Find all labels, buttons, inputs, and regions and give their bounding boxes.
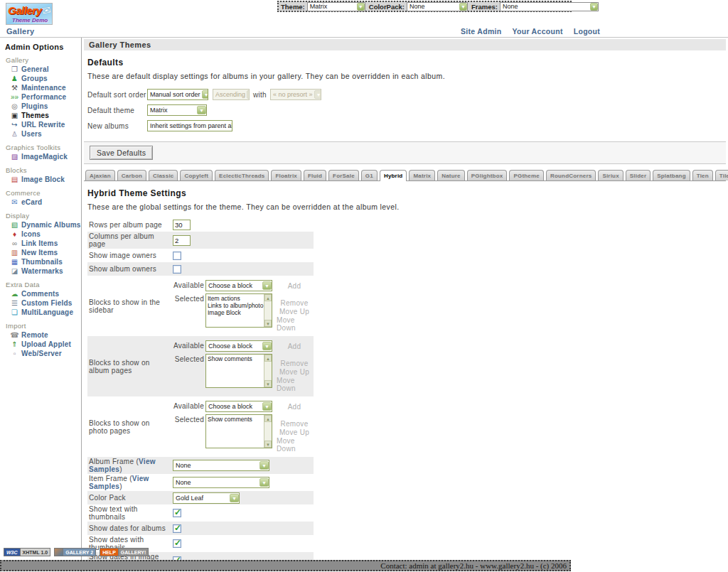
gallery-logo[interactable]: ✉ Gallery Theme Demo — [6, 3, 53, 25]
tab-classic[interactable]: Classic — [149, 170, 178, 180]
sidebar-item-users[interactable]: ♙ Users — [5, 129, 80, 139]
sidebar-item-groups[interactable]: ♟ Groups — [5, 74, 80, 83]
list-action-link[interactable]: Move Up — [279, 428, 309, 436]
list-action-link[interactable]: Remove — [280, 420, 308, 428]
list-action-link[interactable]: Move Up — [279, 308, 309, 315]
sidebar-item-multilanguage[interactable]: ❏ MultiLanguage — [5, 308, 80, 317]
tab-tile[interactable]: Tile — [715, 170, 728, 180]
rows-per-page-input[interactable] — [173, 220, 191, 230]
tab-forsale[interactable]: ForSale — [328, 170, 359, 180]
blocks-photo-available-select[interactable]: Choose a block ▾ — [205, 401, 272, 412]
sidebar-item-thumbnails[interactable]: ▦ Thumbnails — [5, 257, 80, 266]
sidebar-item-url-rewrite[interactable]: ↪ URL Rewrite — [5, 120, 80, 129]
w3c-xhtml-badge[interactable]: W3CXHTML 1.0 — [4, 548, 50, 556]
sidebar-item-themes[interactable]: ▣ Themes — [5, 111, 80, 120]
list-action-link[interactable]: Move Up — [279, 368, 309, 376]
default-sort-order-select[interactable]: Manual sort order ▾ — [147, 89, 208, 100]
help-gallery-badge[interactable]: HELPGALLERY! — [100, 548, 149, 556]
tab-copyleft[interactable]: Copyleft — [180, 170, 213, 180]
new-albums-select[interactable]: Inherit settings from parent album ▾ — [147, 120, 232, 131]
sidebar-item-link-items[interactable]: ∞ Link Items — [5, 239, 80, 248]
scroll-up-icon[interactable]: ▲ — [264, 415, 272, 422]
tab-eclecticthreads[interactable]: EclecticThreads — [215, 170, 269, 180]
tab-pglightbox[interactable]: PGlightbox — [467, 170, 508, 180]
sidebar-item-watermarks[interactable]: ◪ Watermarks — [5, 266, 80, 276]
tab-g1[interactable]: G1 — [361, 170, 378, 180]
tab-floatrix[interactable]: Floatrix — [271, 170, 301, 180]
tab-matrix[interactable]: Matrix — [409, 170, 435, 180]
sidebar-item-maintenance[interactable]: ⚒ Maintenance — [5, 83, 80, 92]
tab-nature[interactable]: Nature — [437, 170, 465, 180]
blocks-photo-add-link[interactable]: Add — [277, 401, 312, 411]
breadcrumb-gallery-link[interactable]: Gallery — [6, 27, 34, 36]
listbox-item[interactable]: Links to album/photo peers — [208, 302, 264, 309]
tab-ajaxian[interactable]: Ajaxian — [85, 170, 115, 180]
default-theme-select[interactable]: Matrix ▾ — [147, 104, 207, 116]
sidebar-item-custom-fields[interactable]: ☰ Custom Fields — [5, 298, 80, 308]
list-action-link[interactable]: Remove — [280, 299, 308, 307]
tab-siriux[interactable]: Siriux — [598, 170, 623, 180]
blocks-sidebar-add-link[interactable]: Add — [277, 280, 312, 290]
sidebar-item-general[interactable]: ❐ General — [5, 65, 80, 74]
gallery2-badge[interactable]: GALLERY 2 — [54, 548, 96, 556]
album-frame-select[interactable]: None ▾ — [173, 460, 269, 471]
sidebar-item-new-items[interactable]: ▥ New Items — [5, 248, 80, 257]
tab-tien[interactable]: Tien — [692, 170, 713, 180]
scroll-down-icon[interactable]: ▼ — [264, 380, 272, 387]
sidebar-item-plugins[interactable]: ◎ Plugins — [5, 102, 80, 111]
sidebar-item-upload-applet[interactable]: ⇑ Upload Applet — [5, 340, 80, 349]
scroll-up-icon[interactable]: ▲ — [264, 294, 272, 301]
show-text-thumbs-checkbox[interactable] — [173, 509, 181, 517]
list-action-link[interactable]: Remove — [280, 360, 308, 367]
blocks-album-selected-listbox[interactable]: Show comments ▲ ▼ — [205, 354, 272, 388]
sidebar-item-dynamic-albums[interactable]: ▧ Dynamic Albums — [5, 220, 80, 230]
list-action-link[interactable]: Move Down — [277, 437, 312, 453]
tab-hybrid[interactable]: Hybrid — [380, 170, 407, 181]
sort-direction-select[interactable]: Ascending ▾ — [213, 89, 250, 100]
listbox-scrollbar[interactable]: ▲ ▼ — [264, 294, 272, 327]
frames-select[interactable]: None ▾ — [500, 2, 599, 11]
blocks-photo-selected-listbox[interactable]: Show comments ▲ ▼ — [205, 414, 272, 448]
account-link[interactable]: Logout — [574, 27, 600, 36]
save-defaults-button[interactable]: Save Defaults — [90, 146, 153, 160]
scroll-down-icon[interactable]: ▼ — [264, 320, 272, 327]
sidebar-item-icons[interactable]: ♦ Icons — [5, 230, 80, 239]
list-action-link[interactable]: Move Down — [277, 316, 312, 332]
tab-roundcorners[interactable]: RoundCorners — [546, 170, 596, 180]
list-action-link[interactable]: Move Down — [277, 377, 312, 392]
listbox-item[interactable]: Show comments — [208, 355, 264, 362]
listbox-item[interactable]: Item actions — [208, 295, 264, 302]
blocks-sidebar-available-select[interactable]: Choose a block ▾ — [205, 280, 272, 291]
sidebar-item-comments[interactable]: ☁ Comments — [5, 289, 80, 298]
theme-select[interactable]: Matrix ▾ — [307, 2, 365, 11]
sidebar-item-image-block[interactable]: ▤ Image Block — [5, 175, 80, 184]
blocks-album-available-select[interactable]: Choose a block ▾ — [205, 340, 272, 352]
sidebar-item-performance[interactable]: »» Performance — [5, 92, 80, 102]
colorpack-select[interactable]: None ▾ — [407, 2, 468, 11]
item-frame-select[interactable]: None ▾ — [173, 477, 269, 488]
show-album-owners-checkbox[interactable] — [173, 265, 181, 274]
tab-slider[interactable]: Slider — [626, 170, 651, 180]
account-link[interactable]: Site Admin — [461, 27, 501, 36]
tab-carbon[interactable]: Carbon — [117, 170, 146, 180]
listbox-scrollbar[interactable]: ▲ ▼ — [264, 355, 272, 387]
scroll-down-icon[interactable]: ▼ — [264, 441, 272, 448]
sidebar-item-remote[interactable]: ☎ Remote — [5, 330, 80, 340]
presort-select[interactable]: « no presort » ▾ — [270, 89, 321, 100]
sidebar-item-ecard[interactable]: ✉ eCard — [5, 198, 80, 207]
show-dates-albums-checkbox[interactable] — [173, 524, 181, 533]
scroll-up-icon[interactable]: ▲ — [264, 355, 272, 362]
listbox-item[interactable]: Show comments — [208, 416, 264, 423]
tab-pgtheme[interactable]: PGtheme — [509, 170, 544, 180]
listbox-scrollbar[interactable]: ▲ ▼ — [264, 415, 272, 448]
sidebar-item-imagemagick[interactable]: ▨ ImageMagick — [5, 152, 80, 161]
account-link[interactable]: Your Account — [512, 27, 562, 36]
sidebar-item-web-server[interactable]: ▫ Web/Server — [5, 349, 80, 358]
color-pack-select[interactable]: Gold Leaf ▾ — [173, 492, 240, 504]
show-image-owners-checkbox[interactable] — [173, 252, 181, 260]
blocks-album-add-link[interactable]: Add — [277, 340, 312, 350]
tab-fluid[interactable]: Fluid — [304, 170, 326, 180]
cols-per-page-input[interactable] — [173, 235, 191, 246]
listbox-item[interactable]: Image Block — [208, 309, 264, 316]
show-dates-thumbs-checkbox[interactable] — [173, 539, 181, 548]
